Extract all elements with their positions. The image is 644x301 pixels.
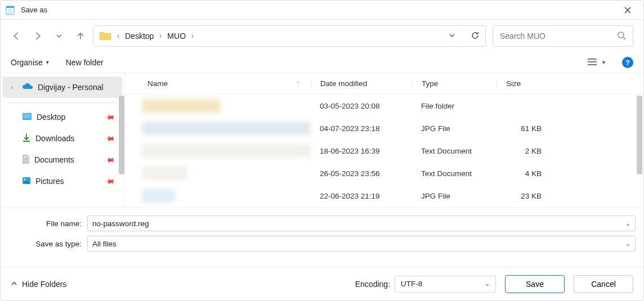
file-row[interactable]: 26-05-2023 23:56 Text Document 4 KB	[125, 162, 643, 185]
cancel-label: Cancel	[591, 280, 616, 289]
sidebar-scrollbar[interactable]	[119, 96, 124, 174]
new-folder-label: New folder	[66, 58, 104, 67]
file-date: 26-05-2023 23:56	[311, 169, 412, 178]
onedrive-icon	[22, 83, 33, 92]
back-button[interactable]	[11, 30, 22, 42]
file-list-scrollbar-thumb[interactable]	[637, 96, 642, 174]
pictures-icon	[22, 177, 31, 186]
filename-input[interactable]: no-password.reg ⌄	[87, 215, 636, 231]
view-options-button[interactable]: ▼	[588, 58, 606, 68]
breadcrumb-sep-icon: ›	[117, 32, 119, 40]
breadcrumb-bar[interactable]: › Desktop › MUO ›	[93, 25, 486, 47]
pin-icon: 📌	[104, 154, 116, 166]
recent-chevron-icon[interactable]	[53, 30, 65, 42]
column-label: Size	[506, 79, 521, 88]
up-button[interactable]	[75, 30, 86, 42]
file-row[interactable]: 03-05-2023 20:08 File folder	[125, 95, 643, 117]
save-label: Save	[526, 280, 544, 289]
file-size: 2 KB	[497, 147, 553, 155]
close-button[interactable]	[616, 1, 639, 20]
file-row[interactable]: 04-07-2023 23:18 JPG File 61 KB	[125, 117, 643, 140]
filename-value: no-password.reg	[92, 219, 149, 228]
column-label: Type	[422, 79, 438, 88]
nav-row: › Desktop › MUO › Search MUO	[1, 20, 643, 52]
sidebar-item-label: Desktop	[37, 113, 65, 122]
svg-rect-13	[23, 114, 31, 119]
file-list-pane: Name ˄ Date modified Type Size 03-05-202…	[124, 73, 643, 208]
window-title: Save as	[21, 6, 616, 14]
sidebar-item-pictures[interactable]: Pictures 📌	[3, 170, 122, 192]
cancel-button[interactable]: Cancel	[574, 275, 633, 293]
sidebar: › Digvijay - Personal Desktop 📌 Download…	[1, 73, 124, 208]
file-date: 22-06-2023 21:19	[311, 192, 412, 200]
pin-icon: 📌	[104, 176, 116, 187]
sidebar-item-desktop[interactable]: Desktop 📌	[3, 106, 122, 128]
file-date: 18-06-2023 16:39	[311, 147, 412, 155]
file-name-redacted	[142, 99, 221, 113]
chevron-down-icon: ⌄	[625, 240, 630, 248]
search-icon	[617, 31, 626, 42]
notepad-icon	[5, 5, 15, 15]
sidebar-item-documents[interactable]: Documents 📌	[3, 149, 122, 170]
forward-button[interactable]	[32, 30, 43, 42]
breadcrumb-dropdown-icon[interactable]	[448, 32, 456, 41]
breadcrumb-segment[interactable]: MUO	[167, 32, 186, 41]
organise-button[interactable]: Organise ▼	[11, 58, 50, 67]
svg-line-8	[623, 37, 625, 39]
svg-rect-1	[6, 6, 14, 8]
new-folder-button[interactable]: New folder	[66, 58, 104, 67]
chevron-down-icon: ▼	[45, 60, 50, 65]
sort-indicator-icon: ˄	[297, 81, 299, 87]
column-headers: Name ˄ Date modified Type Size	[125, 73, 643, 95]
main-split: › Digvijay - Personal Desktop 📌 Download…	[1, 73, 643, 208]
help-button[interactable]: ?	[622, 57, 633, 68]
file-type: File folder	[412, 102, 497, 110]
file-size: 61 KB	[497, 124, 553, 133]
file-name-redacted	[142, 167, 187, 180]
sidebar-item-label: Digvijay - Personal	[38, 83, 104, 92]
hide-folders-button[interactable]: Hide Folders	[11, 280, 66, 289]
saveastype-value: All files	[92, 240, 117, 248]
chevron-down-icon: ▼	[601, 60, 606, 65]
file-name-redacted	[142, 189, 176, 203]
title-bar: Save as	[1, 1, 643, 20]
file-type: JPG File	[412, 124, 497, 133]
file-date: 03-05-2023 20:08	[311, 102, 412, 110]
encoding-label: Encoding:	[355, 280, 390, 289]
file-list-scrollbar-track[interactable]	[636, 73, 643, 208]
sidebar-item-onedrive[interactable]: › Digvijay - Personal	[3, 77, 122, 98]
sidebar-item-downloads[interactable]: Downloads 📌	[3, 128, 122, 149]
column-header-type[interactable]: Type	[412, 79, 497, 88]
bottom-bar: Hide Folders Encoding: UTF-8 ⌄ Save Canc…	[1, 267, 643, 300]
file-type: Text Document	[412, 147, 497, 155]
column-header-size[interactable]: Size	[497, 79, 553, 88]
encoding-select[interactable]: UTF-8 ⌄	[395, 276, 496, 293]
file-name-redacted	[142, 144, 311, 158]
column-header-name[interactable]: Name ˄	[125, 79, 311, 88]
pin-icon: 📌	[104, 111, 116, 123]
column-header-date[interactable]: Date modified	[311, 79, 412, 88]
column-label: Date modified	[320, 79, 367, 88]
file-name-redacted	[142, 122, 311, 135]
breadcrumb-segment[interactable]: Desktop	[125, 32, 154, 41]
svg-point-19	[24, 178, 26, 180]
chevron-down-icon: ⌄	[485, 280, 490, 287]
file-row[interactable]: 18-06-2023 16:39 Text Document 2 KB	[125, 140, 643, 162]
encoding-value: UTF-8	[401, 280, 422, 288]
svg-point-7	[618, 32, 624, 38]
saveastype-row: Save as type: All files ⌄	[1, 234, 643, 253]
file-row[interactable]: 22-06-2023 21:19 JPG File 23 KB	[125, 185, 643, 207]
list-view-icon	[588, 58, 597, 68]
sidebar-item-label: Downloads	[35, 134, 74, 143]
column-label: Name	[147, 79, 168, 88]
search-input[interactable]: Search MUO	[493, 25, 633, 47]
chevron-right-icon: ›	[11, 84, 17, 91]
filename-label: File name:	[8, 219, 87, 228]
save-button[interactable]: Save	[505, 275, 565, 293]
saveastype-select[interactable]: All files ⌄	[87, 236, 636, 251]
breadcrumb-sep-icon: ›	[159, 32, 162, 40]
toolbar: Organise ▼ New folder ▼ ?	[1, 52, 643, 73]
file-size: 23 KB	[497, 192, 553, 200]
refresh-button[interactable]	[471, 31, 480, 42]
sidebar-separator	[8, 102, 117, 103]
